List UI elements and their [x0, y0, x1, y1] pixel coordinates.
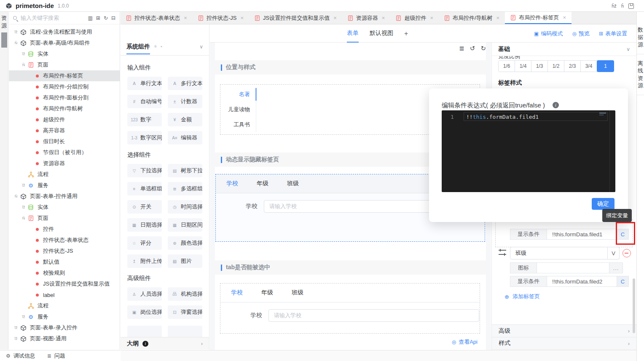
tab-default-view[interactable]: 默认视图	[370, 24, 393, 43]
palette-item-时间选择[interactable]: ◷时间选择	[168, 200, 202, 214]
tree-item-默认值[interactable]: 默认值	[9, 257, 120, 267]
tree-item-流程-业务流程配置与使用[interactable]: ĩž流程-业务流程配置与使用	[9, 27, 120, 37]
document-tab-布局控件/导航树[interactable]: 布局控件/导航树×	[439, 12, 505, 24]
tree-item-高开容器[interactable]: 高开容器	[9, 125, 120, 136]
palette-item-多行文本[interactable]: A多行文本	[168, 77, 202, 90]
vertical-tab-名著[interactable]: 名著	[220, 87, 256, 102]
tab-form[interactable]: 表单	[347, 24, 359, 43]
group-tab-年级[interactable]: 年级	[261, 289, 273, 297]
chevron-collapsed-icon[interactable]: ĩž	[12, 30, 20, 34]
palette-item-颜色选择[interactable]: ⊚颜色选择	[168, 236, 202, 250]
tree-item-节假日（被引用）[interactable]: 节假日（被引用）	[9, 147, 120, 158]
chevron-collapsed-icon[interactable]: ĩž	[12, 326, 20, 330]
tree-item-布局控件-面板分割[interactable]: 布局控件-面板分割	[9, 92, 120, 103]
tree-item-服务[interactable]: ĩž⚙服务	[9, 311, 120, 322]
more-options-button[interactable]: ...	[609, 262, 623, 273]
save-icon[interactable]	[628, 3, 634, 9]
tree-item-页面-表单-录入控件[interactable]: ĩž页面-表单-录入控件	[9, 322, 120, 333]
document-tab-资源容器[interactable]: 资源容器×	[342, 12, 391, 24]
palette-item-计数器[interactable]: ±计数器	[168, 95, 202, 108]
close-icon[interactable]: ×	[563, 14, 566, 21]
group-tab-学校[interactable]: 学校	[226, 180, 238, 187]
group-tab-学校[interactable]: 学校	[231, 289, 243, 297]
chevron-expanded-icon[interactable]: Ñ	[20, 63, 27, 67]
document-tab-超级控件[interactable]: 超级控件×	[390, 12, 439, 24]
drag-handle-icon[interactable]	[499, 250, 506, 255]
right-rail-item-数据源[interactable]: 数据源	[637, 12, 644, 54]
palette-item-日期区间[interactable]: ▦日期区间	[168, 218, 202, 232]
document-tab-JS设置控件提交值和显示值[interactable]: JS设置控件提交值和显示值×	[249, 12, 342, 24]
tree-item-流程[interactable]: 流程	[9, 300, 120, 311]
variable-toggle-button[interactable]: V	[608, 247, 620, 259]
outline-bar[interactable]: 大纲 i ›	[121, 337, 209, 350]
add-view-button[interactable]: +	[404, 30, 408, 37]
palette-item-机构选择[interactable]: 品机构选择	[168, 287, 202, 301]
tab-group-widget[interactable]: 学校年级班级 学校 请输入学校	[220, 283, 480, 334]
advanced-section-header[interactable]: 高级 ›	[492, 324, 636, 337]
outline-list-icon[interactable]: ≣	[459, 45, 464, 52]
tree-item-页面[interactable]: Ñ页面	[9, 59, 120, 70]
rail-scroll-thumb[interactable]	[1, 32, 7, 48]
preview-button[interactable]: ◎预览	[572, 30, 589, 37]
width-option-3/4[interactable]: 3/4	[581, 61, 597, 72]
palette-item-人员选择[interactable]: ♙人员选择	[127, 287, 162, 301]
width-option-1/2[interactable]: 1/2	[548, 61, 564, 72]
chevron-down-icon[interactable]: ∨	[199, 44, 203, 50]
tree-item-页面-表单-控件通用[interactable]: Ñ页面-表单-控件通用	[9, 191, 120, 202]
palette-item-日期选择[interactable]: ▦日期选择	[127, 218, 162, 232]
palette-item-单选框组[interactable]: ≡单选框组	[127, 182, 162, 195]
search-input[interactable]: 输入关键字搜索	[21, 14, 88, 22]
tree-item-实体[interactable]: ĩž实体	[9, 48, 120, 59]
palette-item-多选框组[interactable]: ≣多选框组	[168, 182, 202, 195]
palette-item-金额[interactable]: ¥金额	[168, 113, 202, 126]
palette-tab-system-components[interactable]: 系统组件	[126, 43, 150, 54]
tree-item-页面-视图-通用[interactable]: ĩž页面-视图-通用	[9, 333, 120, 344]
close-icon[interactable]: ×	[240, 15, 244, 21]
tree-item-假日时长[interactable]: 假日时长	[9, 136, 120, 147]
chevron-expanded-icon[interactable]: Ñ	[12, 194, 20, 198]
chevron-expanded-icon[interactable]: Ñ	[20, 216, 27, 220]
chevron-collapsed-icon[interactable]: ĩž	[20, 183, 27, 187]
vertical-tab-工具书[interactable]: 工具书	[220, 117, 256, 132]
tree-item-label[interactable]: label	[9, 289, 120, 300]
close-icon[interactable]: ×	[184, 15, 187, 21]
basic-section-header[interactable]: 基础 ∨	[492, 43, 636, 56]
palette-item-数字[interactable]: 123数字	[127, 113, 162, 126]
close-icon[interactable]: ×	[333, 15, 337, 21]
redo-icon[interactable]: ↻	[480, 45, 486, 52]
width-option-1/6[interactable]: 1/6	[499, 61, 515, 72]
add-tab-link[interactable]: ⊕ 添加标签页	[504, 293, 540, 300]
group-tab-班级[interactable]: 班级	[292, 289, 303, 297]
palette-item-编辑器[interactable]: A≡编辑器	[168, 131, 202, 144]
width-option-1/4[interactable]: 1/4	[515, 61, 531, 72]
chevron-expanded-icon[interactable]: Ñ	[12, 41, 20, 45]
tree-item-控件[interactable]: 控件	[9, 224, 120, 235]
code-mode-button[interactable]: ▣编码模式	[532, 30, 563, 37]
palette-item-下拉选择[interactable]: ▽下拉选择	[127, 164, 162, 177]
view-api-link[interactable]: ◎ 查看Api	[452, 338, 478, 346]
display-condition-value[interactable]: !!this.formData.filed2	[547, 276, 617, 287]
close-icon[interactable]: ×	[382, 15, 385, 21]
close-icon[interactable]: ×	[496, 15, 500, 21]
refresh-icon[interactable]: ↻	[104, 15, 108, 21]
width-option-1[interactable]: 1	[597, 60, 614, 72]
tree-item-流程[interactable]: 流程	[9, 169, 120, 180]
right-rail-item-离线资源[interactable]: 离线资源	[637, 54, 644, 95]
tree-item-布局控件/导航树[interactable]: 布局控件/导航树	[9, 103, 120, 114]
icon-input[interactable]	[537, 262, 609, 273]
palette-item-单行文本[interactable]: A单行文本	[127, 77, 162, 90]
palette-item-树形下拉[interactable]: ▤树形下拉	[168, 164, 202, 177]
bind-variable-button[interactable]: C	[617, 276, 629, 287]
tree-item-页面[interactable]: Ñ页面	[9, 213, 120, 224]
width-option-2/3[interactable]: 2/3	[564, 61, 581, 72]
locate-file-icon[interactable]: ▥	[88, 15, 92, 21]
titlebar-glyph-icon[interactable]: ĥ	[621, 3, 624, 8]
tree-item-校验规则[interactable]: 校验规则	[9, 267, 120, 278]
palette-item-岗位选择[interactable]: ▣岗位选择	[127, 305, 162, 319]
palette-item-数字区间[interactable]: 1-3数字区间	[127, 131, 162, 144]
collapse-all-icon[interactable]: ⊟	[111, 15, 115, 21]
vertical-tab-儿童读物[interactable]: 儿童读物	[220, 102, 256, 117]
close-icon[interactable]: ×	[430, 15, 433, 21]
group-tab-年级[interactable]: 年级	[257, 180, 268, 187]
problems-button[interactable]: ≣ 问题	[47, 352, 65, 360]
